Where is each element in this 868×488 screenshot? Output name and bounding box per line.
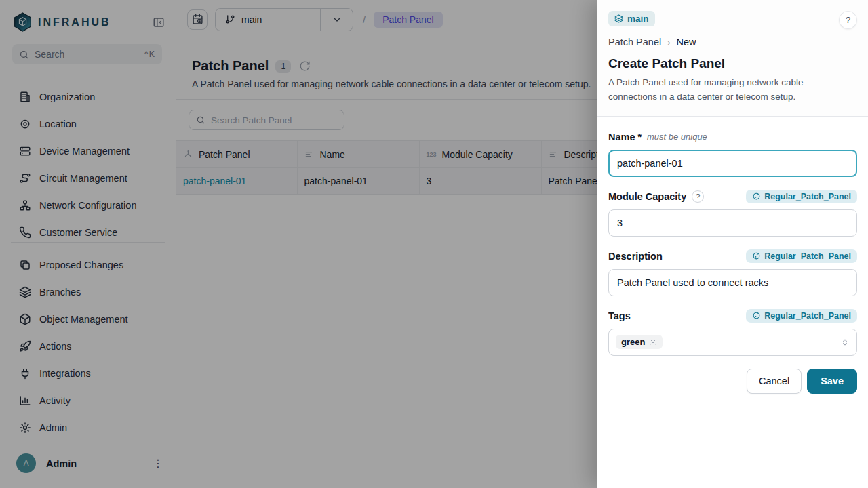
field-name: Name * must be unique — [608, 130, 857, 177]
field-description: Description Regular_Patch_Panel — [608, 249, 857, 296]
remove-tag-icon[interactable] — [649, 338, 657, 346]
branch-badge: main — [608, 11, 655, 26]
field-help-icon[interactable]: ? — [692, 190, 704, 203]
name-input[interactable] — [608, 150, 857, 177]
chevron-right-icon: › — [667, 37, 670, 47]
drawer-description: A Patch Panel used for managing network … — [608, 76, 832, 104]
drawer-title: Create Patch Panel — [608, 56, 857, 71]
modal-overlay[interactable] — [0, 0, 597, 488]
create-patch-panel-drawer: main ? Patch Panel › New Create Patch Pa… — [597, 0, 868, 488]
save-button[interactable]: Save — [807, 369, 857, 394]
field-module-capacity: Module Capacity ? Regular_Patch_Panel — [608, 190, 857, 237]
drawer-breadcrumb: Patch Panel › New — [608, 37, 857, 47]
unique-hint: must be unique — [647, 131, 707, 142]
chevron-up-down-icon — [840, 338, 850, 347]
help-button[interactable]: ? — [839, 11, 857, 29]
profile-icon — [752, 251, 761, 260]
cancel-button[interactable]: Cancel — [747, 369, 802, 394]
profile-badge[interactable]: Regular_Patch_Panel — [746, 249, 857, 263]
create-form: Name * must be unique Module Capacity ? … — [597, 117, 868, 394]
breadcrumb-parent[interactable]: Patch Panel — [608, 37, 661, 47]
profile-badge[interactable]: Regular_Patch_Panel — [746, 190, 857, 203]
required-marker: * — [638, 131, 642, 142]
module-capacity-input[interactable] — [608, 209, 857, 237]
drawer-header: main ? Patch Panel › New Create Patch Pa… — [597, 0, 868, 117]
description-input[interactable] — [608, 269, 857, 296]
breadcrumb-current: New — [677, 37, 696, 47]
profile-badge[interactable]: Regular_Patch_Panel — [746, 309, 857, 323]
layers-icon — [614, 14, 623, 23]
field-tags: Tags Regular_Patch_Panel green — [608, 309, 857, 356]
tags-select[interactable]: green — [608, 329, 857, 356]
profile-icon — [752, 192, 761, 201]
profile-icon — [752, 311, 761, 320]
tag-chip-green: green — [616, 335, 663, 349]
